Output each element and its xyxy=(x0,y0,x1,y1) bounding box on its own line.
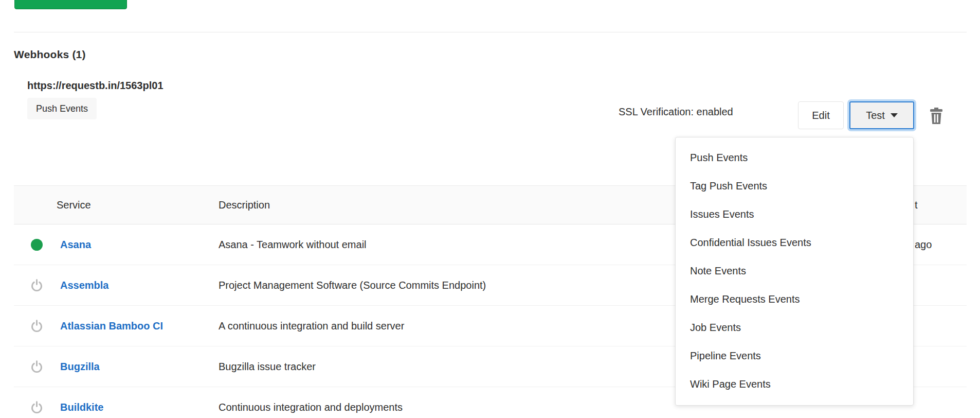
service-link-buildkite[interactable]: Buildkite xyxy=(60,387,103,418)
dropdown-item-confidential-issues-events[interactable]: Confidential Issues Events xyxy=(676,229,913,257)
service-link-bugzilla[interactable]: Bugzilla xyxy=(60,346,100,387)
column-header-description: Description xyxy=(219,186,270,224)
webhook-event-badge: Push Events xyxy=(27,98,97,119)
service-description: Project Management Software (Source Comm… xyxy=(219,265,486,305)
last-edit-cell-fragment: ago xyxy=(915,224,932,265)
webhook-url: https://requestb.in/1563pl01 xyxy=(27,80,164,92)
power-icon xyxy=(25,346,48,387)
service-link-atlassian-bamboo-ci[interactable]: Atlassian Bamboo CI xyxy=(60,306,163,346)
dropdown-item-pipeline-events[interactable]: Pipeline Events xyxy=(676,342,913,370)
column-header-last-edit-fragment: t xyxy=(915,186,918,224)
edit-button[interactable]: Edit xyxy=(798,101,844,129)
power-icon xyxy=(25,387,48,418)
status-active-icon xyxy=(25,224,48,265)
delete-webhook-button[interactable] xyxy=(929,108,944,124)
edit-button-label: Edit xyxy=(812,110,829,121)
add-webhook-button[interactable] xyxy=(14,0,127,9)
test-dropdown-button[interactable]: Test xyxy=(849,101,914,129)
power-icon xyxy=(25,265,48,305)
service-link-asana[interactable]: Asana xyxy=(60,224,91,265)
column-header-service: Service xyxy=(57,186,91,224)
test-dropdown-menu: Push Events Tag Push Events Issues Event… xyxy=(675,137,914,406)
trash-icon xyxy=(929,108,944,124)
service-description: Bugzilla issue tracker xyxy=(219,346,316,387)
dropdown-item-wiki-page-events[interactable]: Wiki Page Events xyxy=(676,370,913,398)
chevron-down-icon xyxy=(891,113,898,117)
dropdown-item-job-events[interactable]: Job Events xyxy=(676,314,913,342)
test-button-label: Test xyxy=(866,110,885,121)
service-description: A continuous integration and build serve… xyxy=(219,306,404,346)
ssl-verification-status: SSL Verification: enabled xyxy=(619,106,733,118)
power-icon xyxy=(25,306,48,346)
dropdown-item-tag-push-events[interactable]: Tag Push Events xyxy=(676,172,913,200)
dropdown-item-merge-requests-events[interactable]: Merge Requests Events xyxy=(676,285,913,314)
service-description: Continuous integration and deployments xyxy=(219,387,403,418)
service-description: Asana - Teamwork without email xyxy=(219,224,367,265)
section-divider xyxy=(14,32,967,32)
dropdown-item-push-events[interactable]: Push Events xyxy=(676,144,913,172)
service-link-assembla[interactable]: Assembla xyxy=(60,265,109,305)
dropdown-item-issues-events[interactable]: Issues Events xyxy=(676,200,913,229)
dropdown-item-note-events[interactable]: Note Events xyxy=(676,257,913,285)
page-title: Webhooks (1) xyxy=(14,48,86,61)
